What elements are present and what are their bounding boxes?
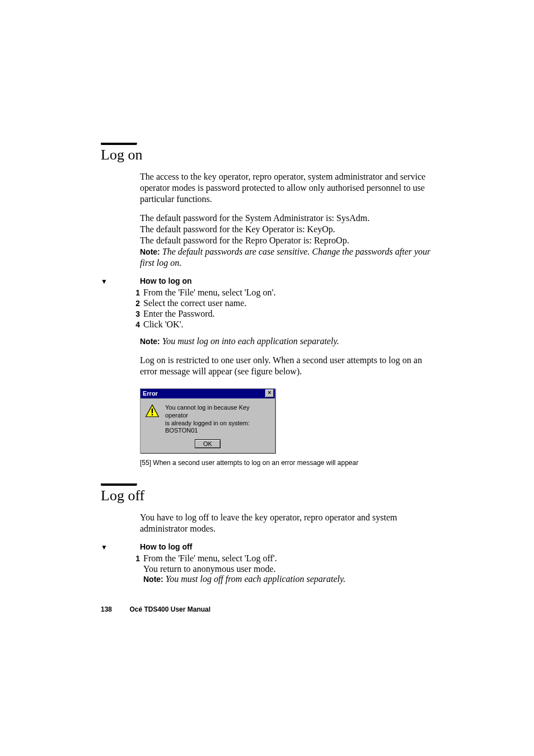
figure-caption: [55] When a second user attempts to log … — [140, 459, 433, 467]
page-number: 138 — [101, 605, 112, 613]
step-text: From the 'File' menu, select 'Log off'. — [143, 553, 277, 564]
dialog-titlebar: Error × — [140, 389, 275, 398]
step-text: Select the correct user name. — [143, 298, 246, 308]
procedure-log-on: ▼ How to log on 1 From the 'File' menu, … — [101, 276, 433, 330]
procedure-log-off: ▼ How to log off 1 From the 'File' menu,… — [101, 542, 433, 584]
body-text: Note: You must log on into each applicat… — [140, 336, 433, 377]
body-text: The access to the key operator, repro op… — [140, 171, 433, 269]
triangle-down-icon: ▼ — [101, 278, 107, 286]
heading-log-on: Log on — [101, 147, 433, 163]
dialog-message: You cannot log in because Key operator i… — [165, 404, 270, 435]
default-passwords: The default password for the System Admi… — [140, 213, 433, 269]
step-number: 2 — [127, 298, 140, 308]
step-row: 3 Enter the Password. — [127, 309, 433, 319]
warning-icon — [145, 404, 160, 420]
dialog-buttons: OK — [140, 438, 275, 453]
heading-rule — [101, 483, 137, 486]
page-footer: 138 Océ TDS400 User Manual — [101, 605, 210, 613]
step-subtext: You return to anonymous user mode. — [143, 564, 433, 574]
step-row: 1 From the 'File' menu, select 'Log on'. — [127, 288, 433, 298]
pw-sysadmin-line: The default password for the System Admi… — [140, 213, 369, 223]
step-number: 1 — [127, 288, 140, 298]
heading-rule — [101, 143, 137, 145]
step-number: 4 — [127, 320, 140, 330]
step-row: 2 Select the correct user name. — [127, 298, 433, 308]
restriction-paragraph: Log on is restricted to one user only. W… — [140, 355, 433, 377]
heading-log-off: Log off — [101, 487, 433, 504]
step-text: Click 'OK'. — [143, 320, 184, 330]
note-text: The default passwords are case sensitive… — [140, 247, 430, 267]
close-icon[interactable]: × — [265, 389, 274, 397]
step-number: 1 — [127, 553, 140, 564]
svg-rect-2 — [152, 414, 153, 415]
note-text: You must log off from each application s… — [166, 574, 345, 584]
pw-reproop-line: The default password for the Repro Opera… — [140, 236, 349, 245]
page-content: Log on The access to the key operator, r… — [0, 0, 534, 756]
step-text: Enter the Password. — [143, 309, 215, 319]
dialog-msg-line1: You cannot log in because Key operator — [165, 404, 250, 419]
note-text: You must log on into each application se… — [162, 336, 339, 346]
svg-rect-1 — [152, 408, 153, 413]
dialog-title: Error — [143, 390, 158, 397]
note-paragraph: Note: You must log on into each applicat… — [140, 336, 433, 347]
note-label: Note: — [140, 247, 160, 256]
procedure-title: How to log off — [140, 542, 433, 551]
section-log-off: Log off You have to log off to leave the… — [101, 483, 433, 584]
step-row: 1 From the 'File' menu, select 'Log off'… — [127, 553, 433, 564]
dialog-body: You cannot log in because Key operator i… — [140, 398, 275, 438]
triangle-down-icon: ▼ — [101, 543, 107, 552]
note-label: Note: — [143, 575, 163, 584]
intro-paragraph: You have to log off to leave the key ope… — [140, 512, 433, 534]
step-row: 4 Click 'OK'. — [127, 320, 433, 330]
step-number: 3 — [127, 309, 140, 319]
body-text: You have to log off to leave the key ope… — [140, 512, 433, 534]
manual-title: Océ TDS400 User Manual — [129, 605, 210, 613]
ok-button[interactable]: OK — [195, 439, 221, 448]
note-label: Note: — [140, 337, 160, 346]
step-text: From the 'File' menu, select 'Log on'. — [143, 288, 275, 298]
dialog-msg-line2: is already logged in on system: BOSTON01 — [165, 420, 250, 434]
intro-paragraph: The access to the key operator, repro op… — [140, 171, 433, 205]
procedure-title: How to log on — [140, 276, 433, 285]
note-paragraph: Note: You must log off from each applica… — [143, 574, 433, 584]
error-dialog: Error × You cannot log in because Key op… — [140, 388, 275, 453]
section-log-on: Log on The access to the key operator, r… — [101, 143, 433, 467]
pw-keyop-line: The default password for the Key Operato… — [140, 224, 335, 234]
